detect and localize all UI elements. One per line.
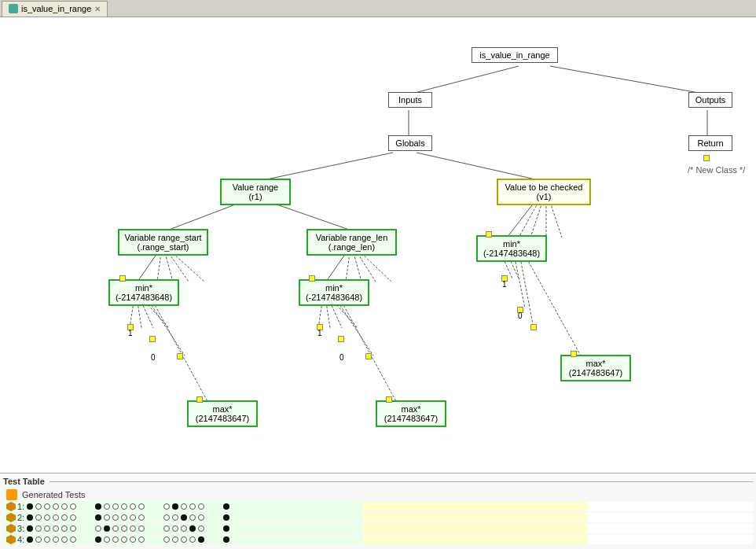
node-min2[interactable]: min*(-2147483648) [299,279,369,306]
dot [121,536,127,543]
svg-line-17 [149,302,185,356]
dot [61,503,68,510]
dot [198,525,204,532]
dot [163,514,170,521]
dot [53,503,59,510]
dot [61,536,68,543]
row-2-group2 [95,514,145,521]
node-globals[interactable]: Globals [388,135,432,151]
row-1-group1 [27,503,76,510]
dot [138,525,145,532]
tab-bar: is_value_in_range ✕ [0,0,756,17]
label-0a: 0 [151,353,156,362]
node-max2[interactable]: max*(2147483647) [376,400,446,427]
node-return[interactable]: Return [688,135,732,151]
dot [223,514,229,521]
dot [53,536,59,543]
node-value-to-check[interactable]: Value to be checked(v1) [497,179,591,205]
row-2-group4 [223,514,229,521]
svg-line-22 [358,253,376,282]
tab-is-value-in-range[interactable]: is_value_in_range ✕ [2,1,108,17]
row-4-group3 [163,536,204,543]
svg-line-18 [153,302,208,403]
dot [181,536,187,543]
test-row-1: 1: [3,502,753,511]
node-min1-label: min*(-2147483648) [116,283,172,302]
generated-tests-row: Generated Tests [3,489,753,500]
test-table-title: Test Table [3,477,45,486]
dot [70,536,76,543]
test-table-section: Test Table Generated Tests 1: [0,473,756,549]
dot [172,503,178,510]
dot [223,536,229,543]
dot [70,503,76,510]
svg-line-23 [361,253,391,282]
row-3-label: 3: [6,524,25,533]
tab-function-icon [9,4,18,13]
row-4-group2 [95,536,145,543]
svg-line-29 [342,302,397,403]
dot [172,536,178,543]
dot [27,536,33,543]
dot [27,503,33,510]
dot [130,514,136,521]
dot [104,514,110,521]
node-value-range[interactable]: Value range(r1) [220,179,291,205]
row-2-group1 [27,514,76,521]
dot [181,525,187,532]
test-row-4: 4: [3,535,753,544]
node-var-range-len[interactable]: Variable range_len(.range_len) [306,229,397,256]
tree-canvas: is_value_in_range Inputs Outputs Globals… [0,17,756,473]
dot [112,514,119,521]
node-root-label: is_value_in_range [479,50,549,60]
shield-icon-1 [6,502,16,511]
dot [53,514,59,521]
row-3-num: 3: [17,524,24,533]
node-root[interactable]: is_value_in_range [472,47,558,63]
svg-line-39 [527,258,582,357]
svg-line-9 [157,253,161,282]
node-globals-label: Globals [395,138,424,148]
dot [61,525,68,532]
dot [223,525,229,532]
main-content: is_value_in_range Inputs Outputs Globals… [0,17,756,549]
row-3-group3 [163,525,204,532]
node-return-label: Return [697,138,723,148]
dot [138,514,145,521]
tab-close-icon[interactable]: ✕ [94,5,101,13]
test-row-2: 2: [3,513,753,522]
node-inputs-label: Inputs [398,95,422,105]
svg-line-5 [417,153,542,181]
dot [44,525,50,532]
gen-tests-icon [6,489,17,500]
dot [189,503,196,510]
test-table-header: Test Table [3,477,753,486]
node-min2-label: min*(-2147483648) [306,283,362,302]
dot [130,503,136,510]
node-value-range-label: Value range(r1) [233,182,279,201]
dot [121,525,127,532]
dot [95,536,101,543]
dot [181,503,187,510]
dot [95,514,101,521]
node-outputs[interactable]: Outputs [688,92,732,108]
dot [138,503,145,510]
dot [189,514,196,521]
sq-return [703,155,710,161]
node-max2-label: max*(2147483647) [384,404,439,423]
node-inputs[interactable]: Inputs [388,92,432,108]
node-var-range-start[interactable]: Variable range_start(.range_start) [118,229,208,256]
dot [104,536,110,543]
dot [163,536,170,543]
node-min3[interactable]: min*(-2147483648) [476,235,547,262]
svg-line-11 [169,253,189,282]
generated-tests-label: Generated Tests [22,490,86,499]
dot [138,536,145,543]
row-2-num: 2: [17,513,24,522]
node-outputs-label: Outputs [695,95,726,105]
node-min1[interactable]: min*(-2147483648) [108,279,179,306]
dot [104,503,110,510]
test-table-divider [50,481,753,482]
node-max1[interactable]: max*(2147483647) [187,400,258,427]
node-max3[interactable]: max*(2147483647) [560,355,631,381]
